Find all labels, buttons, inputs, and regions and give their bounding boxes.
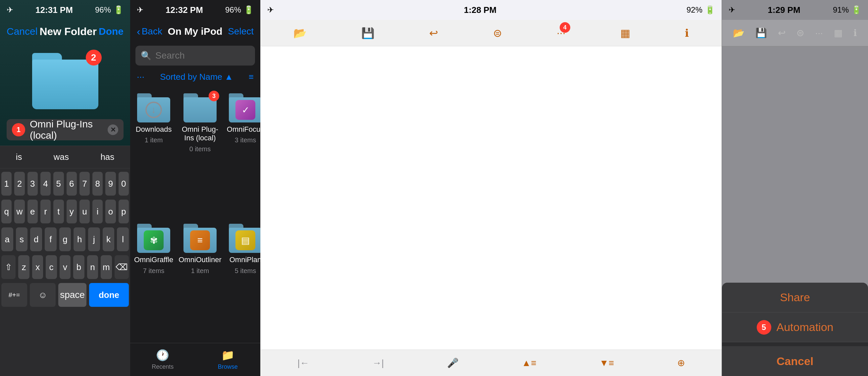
key-m[interactable]: m [101, 255, 112, 279]
status-time-1: 12:31 PM [35, 5, 73, 15]
panel-action-sheet: ✈ 1:29 PM 91% 🔋 📂 💾 ↩ ⊜ ··· ▦ ℹ Share 5 … [722, 0, 868, 376]
key-7[interactable]: 7 [80, 172, 90, 196]
cancel-action[interactable]: Cancel [722, 346, 868, 376]
folder-omni-plugins[interactable]: 3 Omni Plug-Ins (local) 0 items [176, 88, 224, 218]
key-f[interactable]: f [45, 227, 57, 251]
info-icon[interactable]: ℹ [685, 27, 689, 39]
key-h[interactable]: h [73, 227, 86, 251]
shift-key[interactable]: ⇧ [1, 255, 16, 279]
cancel-button[interactable]: Cancel [7, 26, 37, 37]
emoji-key[interactable]: ☺ [30, 283, 56, 307]
key-e[interactable]: e [28, 199, 38, 223]
save-icon-4: 💾 [755, 28, 767, 38]
tab-browse[interactable]: 📁 Browse [195, 343, 260, 376]
delete-key[interactable]: ⌫ [115, 255, 129, 279]
key-p[interactable]: p [119, 199, 129, 223]
airplane-icon-2: ✈ [137, 5, 144, 14]
search-bar[interactable]: 🔍 🎤 [135, 46, 255, 66]
right-arrow-icon[interactable]: →| [372, 358, 384, 368]
key-3[interactable]: 3 [28, 172, 38, 196]
clear-button[interactable]: ✕ [107, 124, 118, 135]
sort-label[interactable]: Sorted by Name ▲ [150, 72, 243, 82]
sort-bar: ··· Sorted by Name ▲ ≡ [130, 68, 260, 85]
battery-icon-1: 🔋 [114, 5, 124, 14]
key-l[interactable]: l [117, 227, 129, 251]
search-input[interactable] [155, 50, 260, 61]
filter-icon[interactable]: ⊜ [493, 27, 502, 39]
key-u[interactable]: u [80, 199, 90, 223]
done-button[interactable]: Done [99, 26, 124, 37]
key-v[interactable]: v [60, 255, 70, 279]
numbers-key[interactable]: #+= [1, 283, 27, 307]
autocomplete-was[interactable]: was [47, 149, 75, 165]
mic-bottom-icon[interactable]: 🎤 [447, 357, 459, 368]
key-5[interactable]: 5 [53, 172, 64, 196]
space-key[interactable]: space [58, 283, 87, 307]
autocomplete-is[interactable]: is [9, 149, 29, 165]
key-row-numbers: 1 2 3 4 5 6 7 8 9 0 [1, 172, 129, 196]
folder-thumb-omnifocus: ✓ [229, 93, 260, 122]
autocomplete-has[interactable]: has [94, 149, 121, 165]
select-button[interactable]: Select [228, 26, 254, 37]
list-view-icon[interactable]: ≡ [249, 72, 254, 82]
save-icon[interactable]: 💾 [361, 27, 375, 39]
key-g[interactable]: g [59, 227, 71, 251]
key-x[interactable]: x [32, 255, 43, 279]
key-o[interactable]: o [105, 199, 116, 223]
status-bar-1: ✈ 12:31 PM 96% 🔋 [0, 0, 130, 20]
folder-omnioutliner[interactable]: ≡ OmniOutliner 1 item [176, 218, 224, 340]
key-2[interactable]: 2 [14, 172, 25, 196]
action-sheet-divider [722, 342, 868, 346]
folder-omnigraffle[interactable]: ✾ OmniGraffle 7 items [131, 218, 176, 340]
key-1[interactable]: 1 [1, 172, 11, 196]
more-icon-4: ··· [815, 28, 823, 38]
folder-name-plugins: Omni Plug-Ins (local) [179, 125, 222, 143]
share-action[interactable]: Share [722, 283, 868, 312]
key-w[interactable]: w [14, 199, 25, 223]
tab-recents[interactable]: 🕐 Recents [130, 343, 195, 376]
key-n[interactable]: n [87, 255, 98, 279]
folder-count-omniplan: 5 items [235, 267, 256, 275]
undo-icon-4: ↩ [778, 28, 785, 38]
indent-up-icon[interactable]: ▲≡ [522, 358, 536, 368]
key-a[interactable]: a [1, 227, 13, 251]
folder-omniplan[interactable]: ▤ OmniPlan 5 items [224, 218, 260, 340]
key-j[interactable]: j [88, 227, 100, 251]
key-c[interactable]: c [46, 255, 57, 279]
key-4[interactable]: 4 [40, 172, 51, 196]
key-8[interactable]: 8 [92, 172, 103, 196]
key-z[interactable]: z [18, 255, 29, 279]
folder-open-icon[interactable]: 📂 [293, 27, 307, 39]
key-k[interactable]: k [103, 227, 115, 251]
add-icon[interactable]: ⊕ [677, 357, 685, 368]
key-d[interactable]: d [30, 227, 42, 251]
left-arrow-icon[interactable]: |← [298, 358, 309, 368]
key-b[interactable]: b [73, 255, 84, 279]
status-bar-3: ✈ 1:28 PM 92% 🔋 [260, 0, 722, 20]
keyboard-done-key[interactable]: done [89, 283, 129, 307]
key-0[interactable]: 0 [119, 172, 129, 196]
folder-name-field[interactable]: 1 Omni Plug-Ins (local) ✕ [7, 119, 124, 140]
indent-down-icon[interactable]: ▼≡ [599, 358, 614, 368]
chevron-left-icon: ‹ [137, 26, 141, 38]
tab-browse-label: Browse [218, 364, 238, 370]
key-s[interactable]: s [16, 227, 28, 251]
key-y[interactable]: y [67, 199, 77, 223]
sort-options-icon[interactable]: ··· [137, 71, 145, 82]
key-i[interactable]: i [92, 199, 103, 223]
panel-on-my-ipod: ✈ 12:32 PM 96% 🔋 ‹ Back On My iPod Selec… [130, 0, 260, 376]
key-q[interactable]: q [1, 199, 11, 223]
folder-downloads[interactable]: ↓ Downloads 1 item [131, 88, 176, 218]
panel-icon[interactable]: ▦ [620, 27, 630, 39]
undo-icon[interactable]: ↩ [429, 27, 438, 39]
key-r[interactable]: r [40, 199, 51, 223]
back-button[interactable]: ‹ Back [137, 26, 162, 38]
key-9[interactable]: 9 [105, 172, 116, 196]
folder-icon-large: 2 [32, 53, 98, 109]
sort-chevron-icon: ▲ [224, 72, 233, 82]
key-6[interactable]: 6 [67, 172, 77, 196]
automation-action[interactable]: 5 Automation [722, 312, 868, 342]
key-t[interactable]: t [53, 199, 64, 223]
folder-omnifocus[interactable]: ✓ OmniFocus 3 items [224, 88, 260, 218]
status-right-3: 92% 🔋 [686, 5, 715, 14]
